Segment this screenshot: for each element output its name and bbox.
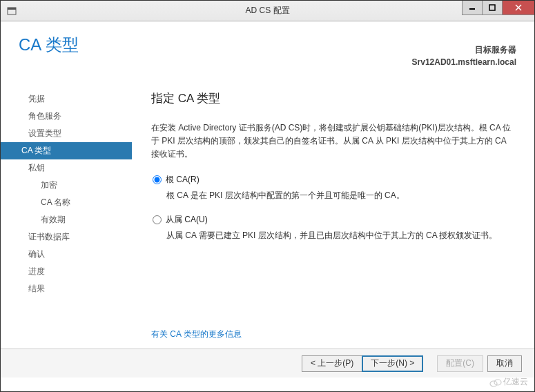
svg-point-6: [490, 381, 497, 386]
previous-button[interactable]: < 上一步(P): [302, 355, 362, 372]
more-info-link[interactable]: 有关 CA 类型的更多信息: [151, 329, 242, 340]
nav-role-services[interactable]: 角色服务: [1, 108, 132, 125]
window-controls: [462, 1, 534, 21]
radio-subordinate-ca-desc: 从属 CA 需要已建立 PKI 层次结构，并且已由层次结构中位于其上方的 CA …: [166, 229, 515, 242]
nav-ca-type[interactable]: CA 类型: [1, 142, 132, 159]
svg-rect-3: [489, 5, 495, 10]
content-description: 在安装 Active Directory 证书服务(AD CS)时，将创建或扩展…: [151, 121, 515, 161]
nav-ca-name[interactable]: CA 名称: [1, 194, 132, 211]
maximize-button[interactable]: [482, 0, 503, 15]
cancel-button[interactable]: 取消: [487, 355, 522, 372]
wizard-footer: < 上一步(P) 下一步(N) > 配置(C) 取消: [1, 349, 534, 378]
nav-encryption[interactable]: 加密: [1, 177, 132, 194]
svg-rect-1: [8, 8, 16, 10]
title-bar: AD CS 配置: [1, 1, 534, 21]
svg-point-7: [494, 380, 501, 385]
app-icon: [5, 4, 19, 18]
minimize-button[interactable]: [462, 0, 483, 15]
window-title: AD CS 配置: [245, 5, 289, 17]
configure-button: 配置(C): [437, 355, 483, 372]
nav-button-group: < 上一步(P) 下一步(N) >: [302, 355, 423, 372]
main-area: 凭据 角色服务 设置类型 CA 类型 私钥 加密 CA 名称 有效期 证书数据库…: [1, 82, 534, 349]
next-button[interactable]: 下一步(N) >: [362, 355, 423, 372]
target-server-block: 目标服务器 Srv12AD01.msftlearn.local: [412, 43, 516, 68]
nav-setup-type[interactable]: 设置类型: [1, 125, 132, 142]
radio-subordinate-ca-label: 从属 CA(U): [166, 214, 208, 226]
target-label: 目标服务器: [412, 43, 516, 56]
wizard-sidebar: 凭据 角色服务 设置类型 CA 类型 私钥 加密 CA 名称 有效期 证书数据库…: [1, 82, 132, 349]
close-button[interactable]: [502, 0, 535, 15]
nav-private-key[interactable]: 私钥: [1, 159, 132, 177]
radio-root-ca[interactable]: [153, 175, 162, 184]
nav-progress: 进度: [1, 263, 132, 280]
radio-root-ca-desc: 根 CA 是在 PKI 层次结构中配置的第一个并且可能是唯一的 CA。: [166, 189, 515, 202]
option-root-ca[interactable]: 根 CA(R): [153, 174, 515, 186]
nav-confirm[interactable]: 确认: [1, 246, 132, 263]
nav-result: 结果: [1, 280, 132, 297]
content-heading: 指定 CA 类型: [151, 90, 515, 106]
header: CA 类型 目标服务器 Srv12AD01.msftlearn.local: [1, 21, 534, 82]
target-server-name: Srv12AD01.msftlearn.local: [412, 56, 516, 68]
nav-credentials[interactable]: 凭据: [1, 90, 132, 108]
content-pane: 指定 CA 类型 在安装 Active Directory 证书服务(AD CS…: [132, 82, 534, 349]
watermark: 亿速云: [489, 376, 528, 388]
radio-subordinate-ca[interactable]: [153, 215, 162, 224]
nav-cert-db[interactable]: 证书数据库: [1, 228, 132, 246]
radio-root-ca-label: 根 CA(R): [166, 174, 200, 186]
ca-type-options: 根 CA(R) 根 CA 是在 PKI 层次结构中配置的第一个并且可能是唯一的 …: [153, 174, 515, 242]
option-subordinate-ca[interactable]: 从属 CA(U): [153, 214, 515, 226]
nav-validity[interactable]: 有效期: [1, 211, 132, 228]
